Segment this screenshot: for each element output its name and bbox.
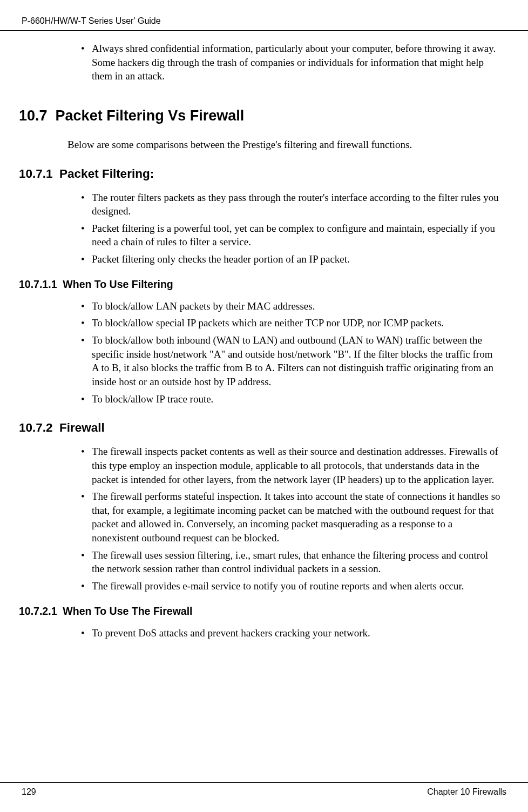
bullet-text: The firewall uses session filtering, i.e… [92,549,488,575]
page-number: 129 [22,787,36,797]
list-item: The firewall inspects packet contents as… [81,445,501,486]
list-item: The firewall performs stateful inspectio… [81,489,501,545]
bullet-text: The firewall inspects packet contents as… [92,446,498,485]
list-item: To block/allow LAN packets by their MAC … [81,299,501,313]
section-heading-10-7: 10.7 Packet Filtering Vs Firewall [19,108,501,124]
page-content: Always shred confidential information, p… [0,42,528,640]
bullet-text: The firewall performs stateful inspectio… [92,491,500,543]
list-item: Packet filtering only checks the header … [81,252,501,266]
section-number: 10.7 [19,108,48,124]
section-heading-10-7-1-1: 10.7.1.1 When To Use Filtering [19,278,501,291]
list-item: The firewall provides e-mail service to … [81,579,501,593]
bullet-text: To block/allow IP trace route. [92,393,213,405]
bullet-text: Packet filtering only checks the header … [92,253,350,265]
section-number: 10.7.2 [19,421,53,434]
bullet-list-10-7-1: The router filters packets as they pass … [19,191,501,266]
section-title: Packet Filtering Vs Firewall [56,108,245,124]
list-item: The router filters packets as they pass … [81,191,501,218]
chapter-label: Chapter 10 Firewalls [427,787,506,797]
bullet-list-10-7-2-1: To prevent DoS attacks and prevent hacke… [19,626,501,640]
top-bullet-list: Always shred confidential information, p… [19,42,501,83]
list-item: To block/allow special IP packets which … [81,316,501,330]
list-item: To prevent DoS attacks and prevent hacke… [81,626,501,640]
bullet-text: To block/allow both inbound (WAN to LAN)… [92,334,493,387]
page-header: P-660H/HW/W-T Series User' Guide [0,0,528,31]
list-item: To block/allow IP trace route. [81,392,501,406]
section-heading-10-7-2-1: 10.7.2.1 When To Use The Firewall [19,605,501,618]
section-title: Firewall [59,421,105,434]
bullet-text: Always shred confidential information, p… [92,43,496,82]
section-title: Packet Filtering: [59,167,154,180]
bullet-text: To prevent DoS attacks and prevent hacke… [92,627,370,639]
section-heading-10-7-2: 10.7.2 Firewall [19,421,501,435]
doc-title: P-660H/HW/W-T Series User' Guide [22,16,161,25]
bullet-text: Packet filtering is a powerful tool, yet… [92,223,495,248]
section-heading-10-7-1: 10.7.1 Packet Filtering: [19,167,501,181]
list-item: To block/allow both inbound (WAN to LAN)… [81,333,501,389]
page-footer: 129 Chapter 10 Firewalls [0,782,528,797]
section-intro: Below are some comparisons between the P… [67,138,501,152]
bullet-text: To block/allow LAN packets by their MAC … [92,300,315,312]
bullet-text: The firewall provides e-mail service to … [92,580,464,592]
section-title: When To Use Filtering [63,278,173,290]
list-item: The firewall uses session filtering, i.e… [81,548,501,576]
list-item: Always shred confidential information, p… [81,42,501,83]
section-number: 10.7.1.1 [19,278,57,290]
section-number: 10.7.2.1 [19,605,57,617]
bullet-list-10-7-2: The firewall inspects packet contents as… [19,445,501,593]
bullet-text: To block/allow special IP packets which … [92,317,444,328]
section-number: 10.7.1 [19,167,53,180]
bullet-list-10-7-1-1: To block/allow LAN packets by their MAC … [19,299,501,406]
section-title: When To Use The Firewall [63,605,192,617]
list-item: Packet filtering is a powerful tool, yet… [81,222,501,249]
bullet-text: The router filters packets as they pass … [92,192,499,217]
